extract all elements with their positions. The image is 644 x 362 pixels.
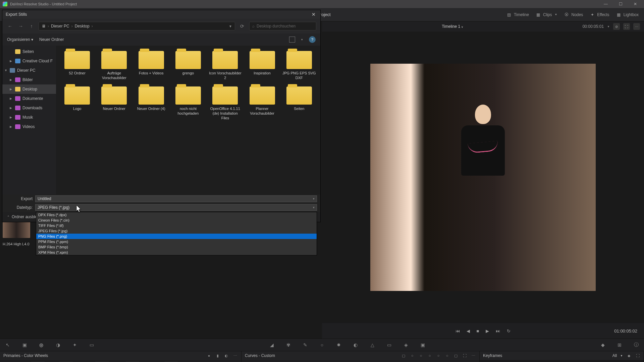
tree-item[interactable]: Seiten <box>2 47 56 56</box>
folder-item[interactable]: Seiten <box>281 86 317 120</box>
tree-item[interactable]: ▶Videos <box>2 122 56 131</box>
folder-item[interactable]: Logo <box>59 86 95 120</box>
image-wipe-icon[interactable]: ◎ <box>38 341 45 349</box>
3d-icon[interactable]: ◈ <box>402 341 410 349</box>
filetype-select[interactable]: JPEG Files (*.jpg)▾ <box>35 204 317 211</box>
viewer[interactable] <box>322 32 644 323</box>
tracker-icon[interactable]: ✹ <box>335 341 342 349</box>
stop-button[interactable]: ■ <box>477 328 479 334</box>
filetype-option[interactable]: PPM Files (*.ppm) <box>36 239 317 244</box>
lightbox-button[interactable]: ▦Lightbox <box>616 12 639 17</box>
sat-lum-icon[interactable]: ▢ <box>453 353 459 358</box>
highlight-icon[interactable]: ✦ <box>71 341 78 349</box>
wheel-mode-icon[interactable]: ● <box>206 353 212 358</box>
up-button[interactable]: ↑ <box>28 22 35 30</box>
minimize-button[interactable]: — <box>600 1 612 7</box>
key-icon[interactable]: △ <box>369 341 376 349</box>
cursor-tool-icon[interactable]: ↖ <box>4 341 11 349</box>
filetype-option[interactable]: Cineon Files (*.cin) <box>36 218 317 223</box>
play-button[interactable]: ▶ <box>486 328 489 334</box>
folder-grid[interactable]: 52 OrdnerAufträge VorschaubilderFotos + … <box>56 46 320 194</box>
tree-item[interactable]: ▶Desktop <box>2 84 56 94</box>
filetype-option[interactable]: PNG Files (*.png) <box>36 234 317 239</box>
timecode-duration[interactable]: 00:00:05:01 <box>583 24 604 29</box>
play-reverse-button[interactable]: ◀ <box>467 328 470 334</box>
folder-item[interactable]: JPG PNG EPS SVG DXF <box>281 51 317 80</box>
tree-item[interactable]: ▶Musik <box>2 113 56 122</box>
kf-expand-icon[interactable]: ⛶ <box>635 353 640 358</box>
filetype-option[interactable]: JPEG Files (*.jpg) <box>36 228 317 234</box>
timeline-button[interactable]: ▤Timeline <box>506 12 529 17</box>
window-icon[interactable]: ○ <box>318 341 326 349</box>
still-thumbnail[interactable] <box>3 221 30 238</box>
custom-curve-icon[interactable]: ▢ <box>401 353 406 358</box>
split-screen-icon[interactable]: ◑ <box>54 341 62 349</box>
hue-lum-icon[interactable]: ○ <box>427 353 432 358</box>
tree-item[interactable]: ▶Dokumente <box>2 94 56 103</box>
refresh-button[interactable]: ⟳ <box>238 22 246 30</box>
picker-icon[interactable]: ✎ <box>302 341 309 349</box>
nodes-button[interactable]: ⦿Nodes <box>564 12 583 17</box>
help-button[interactable]: ? <box>309 36 316 43</box>
timeline-name[interactable]: Timeline 1 ∨ <box>326 24 579 29</box>
close-button[interactable]: ✕ <box>629 1 641 7</box>
folder-item[interactable]: Icon Vorschaubilder 2 <box>207 51 243 80</box>
keyframe-mode-icon[interactable]: ◆ <box>599 341 606 349</box>
blur-icon[interactable]: ◐ <box>352 341 359 349</box>
folder-tree[interactable]: Seiten▶Creative Cloud F▼Dieser PC▶Bilder… <box>2 46 56 194</box>
viewer-menu-button[interactable]: ⋯ <box>633 23 640 30</box>
breadcrumb[interactable]: 🖥› Dieser PC› Desktop› ▼ <box>39 22 235 31</box>
filetype-dropdown[interactable]: DPX Files (*.dpx)Cineon Files (*.cin)TIF… <box>36 212 317 255</box>
tree-item[interactable]: ▶Downloads <box>2 103 56 113</box>
last-frame-button[interactable]: ⏭ <box>496 328 500 334</box>
keyframes-all-button[interactable]: All <box>612 353 617 358</box>
qualifier-icon[interactable]: ✾ <box>285 341 292 349</box>
folder-item[interactable]: noch nicht hochgeladen <box>170 86 206 120</box>
curves-expand-icon[interactable]: ⛶ <box>462 353 467 358</box>
info-icon[interactable]: ⓘ <box>633 341 640 349</box>
forward-button[interactable]: → <box>17 22 24 30</box>
tree-item[interactable]: ▶Bilder <box>2 75 56 84</box>
clips-button[interactable]: ▦Clips▼ <box>536 12 557 17</box>
bars-mode-icon[interactable]: ▮ <box>215 353 220 358</box>
tree-item[interactable]: ▼Dieser PC <box>2 66 56 75</box>
folder-item[interactable]: grengo <box>170 51 206 80</box>
folder-item[interactable]: Planner Vorschaubilder <box>244 86 280 120</box>
maximize-button[interactable]: ☐ <box>614 1 627 7</box>
export-filename-input[interactable]: Untitled▾ <box>35 195 317 202</box>
crop-tool-icon[interactable]: ▣ <box>21 341 28 349</box>
folder-item[interactable]: OpenOffice 4.1.11 (de) Installation File… <box>207 86 243 120</box>
filetype-option[interactable]: DPX Files (*.dpx) <box>36 212 317 218</box>
folder-item[interactable]: Aufträge Vorschaubilder <box>96 51 132 80</box>
back-button[interactable]: ← <box>6 22 14 30</box>
search-input[interactable]: ⌕ Desktop durchsuchen <box>249 22 316 31</box>
filetype-option[interactable]: XPM Files (*.xpm) <box>36 250 317 255</box>
sat-sat-icon[interactable]: ○ <box>444 353 450 358</box>
hue-sat-icon[interactable]: ○ <box>418 353 424 358</box>
hue-hue-icon[interactable]: ○ <box>410 353 415 358</box>
loop-button[interactable]: ↻ <box>507 328 511 334</box>
effects-button[interactable]: ✦Effects <box>590 12 609 17</box>
scopes-icon[interactable]: ⊞ <box>616 341 623 349</box>
expand-button[interactable]: ⛶ <box>623 23 630 30</box>
tree-item[interactable]: ▶Creative Cloud F <box>2 56 56 66</box>
rec-icon[interactable]: ▣ <box>419 341 426 349</box>
kf-diamond-icon[interactable]: ◆ <box>626 353 632 358</box>
bypass-button[interactable]: ⊘ <box>613 23 620 30</box>
filetype-option[interactable]: TIFF Files (*.tif) <box>36 223 317 228</box>
lum-sat-icon[interactable]: ○ <box>436 353 441 358</box>
organize-button[interactable]: Organisieren ▾ <box>7 37 33 42</box>
curves-menu-icon[interactable]: ⋯ <box>471 353 476 358</box>
log-mode-icon[interactable]: ◐ <box>224 353 229 358</box>
first-frame-button[interactable]: ⏮ <box>455 328 460 334</box>
primaries-menu-icon[interactable]: ⋯ <box>232 353 238 358</box>
sizing-icon[interactable]: ▭ <box>385 341 393 349</box>
folder-item[interactable]: 52 Ordner <box>59 51 95 80</box>
zoom-icon[interactable]: ▭ <box>88 341 95 349</box>
folder-item[interactable]: Fotos + Videos <box>133 51 169 80</box>
folder-item[interactable]: Inspiration <box>244 51 280 80</box>
folder-item[interactable]: Neuer Ordner <box>96 86 132 120</box>
curves-qual-icon[interactable]: ◢ <box>268 341 275 349</box>
dialog-close-button[interactable]: ✕ <box>310 12 317 17</box>
view-toggle-button[interactable] <box>289 37 295 43</box>
